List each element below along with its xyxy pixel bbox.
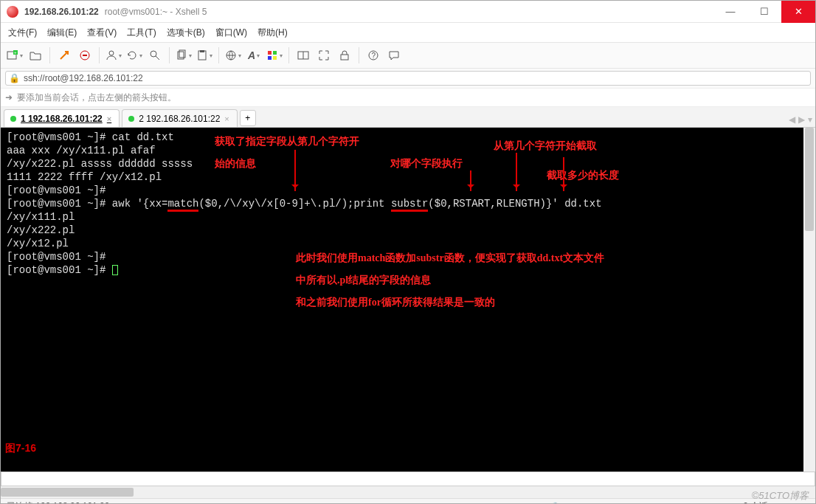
terminal-cursor: [112, 265, 118, 275]
hint-bar: ➜ 要添加当前会话，点击左侧的箭头按钮。: [1, 88, 815, 107]
svg-rect-12: [273, 51, 277, 55]
terminal-wrapper: [root@vms001 ~]# cat dd.txt aaa xxx /xy/…: [1, 128, 815, 472]
svg-text:?: ?: [372, 52, 376, 60]
copy-button[interactable]: [174, 46, 193, 65]
status-caps-icon: ⬚ ▬ ▬: [778, 502, 809, 505]
annotation-a4: 截取多少的长度: [547, 169, 619, 182]
profile-button[interactable]: [104, 46, 123, 65]
tab-nav: ◀ ▶ ▾: [789, 114, 812, 125]
hint-text: 要添加当前会话，点击左侧的箭头按钮。: [17, 92, 176, 104]
status-dot-icon: [10, 116, 16, 122]
maximize-button[interactable]: ☐: [747, 1, 781, 23]
status-sessions: 2 会话: [743, 500, 768, 504]
toolbar: + A ?: [1, 42, 815, 69]
svg-rect-16: [341, 55, 348, 60]
terminal-hscrollbar[interactable]: [1, 486, 815, 498]
font-button[interactable]: A: [244, 46, 263, 65]
svg-rect-13: [268, 56, 272, 60]
status-lock-icon: 🔒: [550, 502, 561, 505]
svg-rect-11: [268, 51, 272, 55]
status-dot-icon: [128, 116, 134, 122]
menu-bar: 文件(F) 编辑(E) 查看(V) 工具(T) 选项卡(B) 窗口(W) 帮助(…: [1, 23, 815, 42]
address-value: ssh://root@192.168.26.101:22: [24, 73, 143, 83]
menu-help[interactable]: 帮助(H): [257, 27, 288, 39]
hint-arrow-icon[interactable]: ➜: [5, 92, 13, 103]
annotation-a1-line1: 获取了指定字段从第几个字符开: [215, 135, 359, 148]
address-input[interactable]: 🔒 ssh://root@192.168.26.101:22: [5, 71, 811, 86]
status-term: xterm: [604, 502, 626, 505]
menu-tab[interactable]: 选项卡(B): [167, 27, 205, 39]
command-input[interactable]: [1, 472, 815, 486]
chat-button[interactable]: [384, 46, 404, 65]
new-tab-button[interactable]: +: [240, 110, 256, 126]
lock-icon: [339, 49, 350, 61]
status-cursor-icon: ⎚: [695, 502, 700, 505]
status-size-icon: ↔: [637, 502, 646, 505]
status-connection: 已连接 192.168.26.101:22。: [7, 500, 118, 504]
window-titlebar: 192.168.26.101:22 root@vms001:~ - Xshell…: [1, 1, 815, 23]
menu-edit[interactable]: 编辑(E): [47, 27, 77, 39]
annotation-a1-line2: 始的信息: [215, 157, 256, 170]
annotation-b2: 中所有以.pl结尾的字段的信息: [296, 274, 431, 287]
window-title-sub: root@vms001:~ - Xshell 5: [105, 7, 207, 17]
annotation-b3: 和之前我们使用for循环所获得结果是一致的: [296, 296, 495, 309]
fullscreen-button[interactable]: [314, 46, 333, 65]
color-button[interactable]: [265, 46, 284, 65]
match-keyword: match: [167, 198, 198, 212]
menu-window[interactable]: 窗口(W): [215, 27, 247, 39]
annotation-a2: 对哪个字段执行: [390, 157, 463, 170]
app-icon: [7, 6, 18, 18]
substr-keyword: substr: [391, 198, 428, 212]
tab-close-icon[interactable]: ×: [107, 114, 111, 123]
connect-button[interactable]: [55, 46, 74, 65]
layout-button[interactable]: [294, 46, 313, 65]
session-tab-2[interactable]: 2 192.168.26.101:22 ×: [122, 109, 238, 127]
tab-list-icon[interactable]: ▾: [808, 114, 812, 125]
session-tab-1[interactable]: 1 192.168.26.101:22 ×: [4, 109, 120, 127]
svg-rect-14: [273, 56, 277, 60]
arrow-a3: [516, 153, 517, 191]
tab-label: 1 192.168.26.101:22: [21, 114, 103, 124]
menu-file[interactable]: 文件(F): [8, 27, 37, 39]
menu-view[interactable]: 查看(V): [87, 27, 117, 39]
tab-close-icon[interactable]: ×: [224, 114, 229, 123]
svg-point-5: [151, 51, 156, 57]
search-button[interactable]: [145, 46, 165, 65]
annotation-a3: 从第几个字符开始截取: [494, 139, 597, 153]
svg-point-4: [109, 51, 114, 55]
status-protocol: SSH2: [571, 502, 594, 505]
minimize-button[interactable]: —: [713, 1, 747, 23]
arrow-a2: [470, 170, 471, 191]
svg-rect-9: [200, 50, 204, 52]
arrow-a1: [294, 150, 296, 191]
network-button[interactable]: [224, 46, 243, 65]
status-cursor: 11,18: [710, 502, 733, 505]
tab-label: 2 192.168.26.101:22: [139, 114, 220, 124]
address-bar: 🔒 ssh://root@192.168.26.101:22: [1, 69, 815, 88]
help-button[interactable]: ?: [364, 46, 383, 65]
search-icon: [149, 49, 161, 61]
globe-icon: [225, 49, 237, 61]
terminal-vscrollbar[interactable]: [803, 128, 815, 472]
status-bar: 已连接 192.168.26.101:22。 🔒 SSH2 xterm ↔ 11…: [1, 498, 815, 504]
window-title-main: 192.168.26.101:22: [24, 7, 99, 17]
svg-text:+: +: [14, 50, 17, 55]
menu-tools[interactable]: 工具(T): [127, 27, 156, 39]
figure-number: 图7-16: [5, 442, 36, 455]
disconnect-button[interactable]: [75, 46, 94, 65]
arrow-a4: [563, 157, 564, 191]
tab-prev-icon[interactable]: ◀: [789, 114, 795, 125]
open-session-button[interactable]: [26, 46, 45, 65]
new-session-button[interactable]: +: [5, 46, 24, 65]
lock-icon: 🔒: [9, 73, 20, 83]
tab-next-icon[interactable]: ▶: [798, 114, 805, 125]
status-size: 118x22: [656, 502, 685, 505]
annotation-b1: 此时我们使用match函数加substr函数，便实现了获取dd.txt文本文件: [296, 252, 604, 265]
refresh-button[interactable]: [125, 46, 144, 65]
close-button[interactable]: ✕: [781, 1, 815, 23]
tab-bar: 1 192.168.26.101:22 × 2 192.168.26.101:2…: [1, 107, 815, 128]
lock-button[interactable]: [335, 46, 354, 65]
paste-button[interactable]: [195, 46, 214, 65]
